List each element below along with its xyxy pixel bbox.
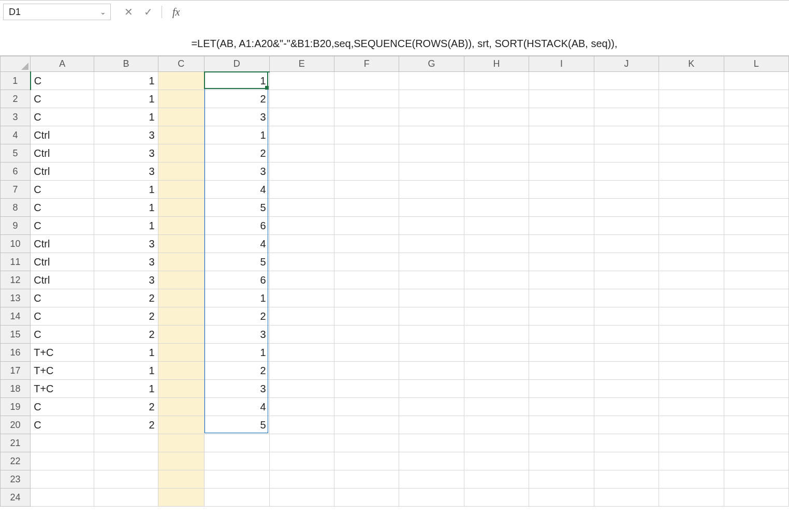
cell[interactable]	[529, 416, 594, 434]
row-header[interactable]: 21	[1, 434, 31, 452]
cell[interactable]	[334, 289, 399, 307]
cell[interactable]	[464, 199, 529, 217]
cell[interactable]: C	[31, 217, 94, 235]
cell[interactable]	[269, 162, 334, 181]
column-header[interactable]: K	[659, 56, 724, 72]
cell[interactable]	[269, 199, 334, 217]
row-header[interactable]: 12	[1, 271, 31, 289]
cell[interactable]	[594, 253, 659, 271]
name-box[interactable]: D1 ⌄	[3, 4, 111, 20]
cell[interactable]: 2	[204, 307, 269, 326]
worksheet[interactable]: ABCDEFGHIJKL 1C112C123C134Ctrl315Ctrl326…	[0, 56, 789, 507]
cell[interactable]	[158, 307, 204, 326]
cell[interactable]	[724, 434, 788, 452]
cell[interactable]	[594, 398, 659, 416]
select-all-corner[interactable]	[1, 56, 31, 72]
cell[interactable]	[594, 470, 659, 489]
cell[interactable]	[269, 489, 334, 507]
cell[interactable]	[158, 72, 204, 90]
cell[interactable]	[269, 416, 334, 434]
cell[interactable]	[399, 235, 464, 253]
cell[interactable]	[594, 289, 659, 307]
cell[interactable]	[529, 162, 594, 181]
cell[interactable]	[158, 326, 204, 344]
column-header[interactable]: B	[94, 56, 158, 72]
cell[interactable]	[659, 181, 724, 199]
cell[interactable]	[399, 162, 464, 181]
cell[interactable]	[269, 253, 334, 271]
row-header[interactable]: 14	[1, 307, 31, 326]
cell[interactable]	[659, 470, 724, 489]
cell[interactable]	[529, 72, 594, 90]
cell[interactable]	[158, 416, 204, 434]
cell[interactable]: 1	[94, 181, 158, 199]
cell[interactable]	[529, 90, 594, 108]
cell[interactable]	[464, 90, 529, 108]
row-header[interactable]: 22	[1, 452, 31, 470]
cell[interactable]	[529, 235, 594, 253]
cell[interactable]: 2	[94, 398, 158, 416]
cell[interactable]: 5	[204, 416, 269, 434]
cell[interactable]	[334, 253, 399, 271]
row-header[interactable]: 4	[1, 126, 31, 144]
cell[interactable]	[659, 108, 724, 126]
cell[interactable]	[158, 434, 204, 452]
cell[interactable]	[158, 126, 204, 144]
cell[interactable]	[724, 344, 788, 362]
cell[interactable]: 1	[94, 344, 158, 362]
cell[interactable]	[158, 181, 204, 199]
cell[interactable]	[399, 362, 464, 380]
cell[interactable]	[529, 362, 594, 380]
cell[interactable]	[594, 326, 659, 344]
cell[interactable]	[399, 199, 464, 217]
cell[interactable]	[399, 126, 464, 144]
row-header[interactable]: 8	[1, 199, 31, 217]
cell[interactable]	[594, 217, 659, 235]
cell[interactable]	[158, 398, 204, 416]
cell[interactable]	[464, 344, 529, 362]
cell[interactable]	[464, 289, 529, 307]
row-header[interactable]: 23	[1, 470, 31, 489]
formula-input[interactable]: =LET(AB, A1:A20&"-"&B1:B20,seq,SEQUENCE(…	[187, 4, 786, 52]
cell[interactable]	[724, 380, 788, 398]
row-header[interactable]: 3	[1, 108, 31, 126]
cell[interactable]: T+C	[31, 380, 94, 398]
cell[interactable]: 1	[94, 108, 158, 126]
cell[interactable]: Ctrl	[31, 253, 94, 271]
cell[interactable]	[269, 289, 334, 307]
cell[interactable]	[158, 108, 204, 126]
cell[interactable]	[269, 434, 334, 452]
cell[interactable]	[464, 326, 529, 344]
cell[interactable]	[529, 452, 594, 470]
cell[interactable]	[724, 271, 788, 289]
cell[interactable]: 4	[204, 235, 269, 253]
cell[interactable]	[659, 126, 724, 144]
cell[interactable]	[94, 470, 158, 489]
cell[interactable]: 2	[94, 326, 158, 344]
cell[interactable]	[659, 307, 724, 326]
cell[interactable]	[724, 126, 788, 144]
cell[interactable]	[269, 217, 334, 235]
cell[interactable]: C	[31, 108, 94, 126]
cell[interactable]	[399, 434, 464, 452]
cell[interactable]: Ctrl	[31, 126, 94, 144]
cell[interactable]	[334, 144, 399, 162]
cell[interactable]	[269, 90, 334, 108]
cell[interactable]	[334, 126, 399, 144]
cell[interactable]	[464, 126, 529, 144]
cell[interactable]: 1	[204, 344, 269, 362]
column-header[interactable]: L	[724, 56, 788, 72]
cell[interactable]: 1	[94, 199, 158, 217]
cell[interactable]	[659, 416, 724, 434]
cell[interactable]: 3	[204, 108, 269, 126]
cell[interactable]	[269, 344, 334, 362]
cell[interactable]	[31, 434, 94, 452]
cell[interactable]	[594, 162, 659, 181]
cell[interactable]	[659, 289, 724, 307]
cell[interactable]	[529, 470, 594, 489]
cell[interactable]	[399, 289, 464, 307]
cell[interactable]	[464, 72, 529, 90]
cell[interactable]: 1	[204, 289, 269, 307]
cell[interactable]	[158, 452, 204, 470]
cell[interactable]	[269, 307, 334, 326]
